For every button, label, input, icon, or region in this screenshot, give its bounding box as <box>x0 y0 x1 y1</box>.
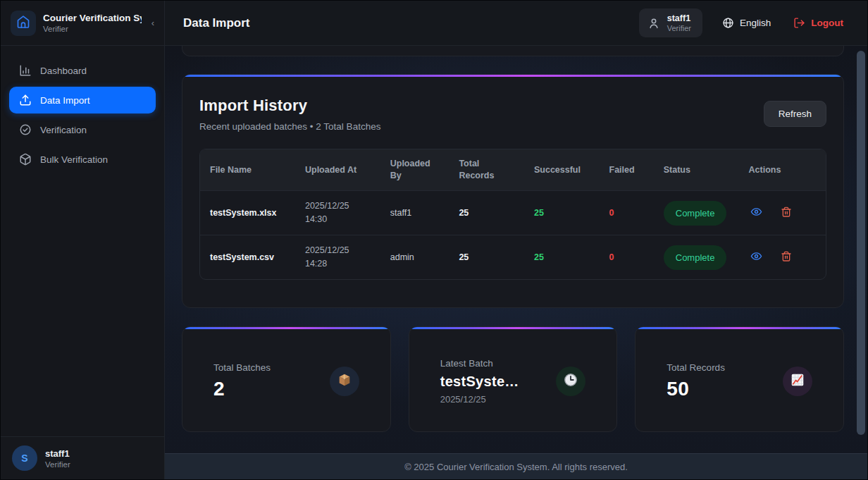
section-title: Import History <box>199 97 380 115</box>
stat-text: Total Records 50 <box>666 362 725 400</box>
import-history-body: Import History Recent uploaded batches •… <box>182 77 843 297</box>
cell-total-records: 25 <box>449 235 524 280</box>
refresh-button[interactable]: Refresh <box>764 101 826 127</box>
trash-icon <box>781 251 792 264</box>
main-column: Data Import staff1 Verifier English <box>165 1 867 479</box>
col-status: Status <box>654 149 739 191</box>
cell-actions <box>739 235 826 280</box>
col-total-records: Total Records <box>449 149 524 191</box>
uploaded-date: 2025/12/25 <box>305 244 371 257</box>
history-table-wrap: File Name Uploaded At Uploaded By Total … <box>199 149 826 280</box>
stat-text: Latest Batch testSyste… 2025/12/25 <box>440 358 519 405</box>
cell-failed: 0 <box>600 191 654 235</box>
uploaded-date: 2025/12/25 <box>305 199 371 213</box>
stat-card-total-batches: Total Batches 2 <box>182 326 391 432</box>
stat-icon-bubble <box>783 367 812 396</box>
col-failed: Failed <box>600 149 654 191</box>
cell-file-name: testSystem.csv <box>200 235 295 280</box>
col-uploaded-by: Uploaded By <box>380 149 450 191</box>
cell-uploaded-by: staff1 <box>380 191 450 235</box>
sidebar-user-name: staff1 <box>45 448 70 459</box>
app-logo <box>11 11 36 36</box>
cell-failed: 0 <box>600 235 654 280</box>
sidebar-item-verification[interactable]: Verification <box>9 116 156 143</box>
delete-button[interactable] <box>779 205 793 221</box>
app-window: Courier Verification Sy… Verifier ‹ Dash… <box>0 0 868 480</box>
stat-icon-bubble <box>330 367 359 396</box>
package-box-icon <box>337 372 352 390</box>
import-history-titles: Import History Recent uploaded batches •… <box>199 97 380 132</box>
col-uploaded-at: Uploaded At <box>295 149 380 191</box>
uploaded-time: 14:30 <box>305 213 371 226</box>
upload-icon <box>19 94 32 106</box>
import-history-card: Import History Recent uploaded batches •… <box>182 74 844 308</box>
header-user-role: Verifier <box>667 24 691 32</box>
cell-successful: 25 <box>524 235 600 280</box>
col-actions: Actions <box>739 149 826 191</box>
sidebar-item-label: Data Import <box>40 95 90 106</box>
delete-button[interactable] <box>779 250 793 266</box>
cell-uploaded-at: 2025/12/25 14:28 <box>295 235 380 280</box>
stats-row: Total Batches 2 Lates <box>182 326 844 432</box>
stat-card-total-records: Total Records 50 <box>635 326 844 432</box>
stat-icon-bubble <box>556 367 585 396</box>
sidebar-user-role: Verifier <box>45 460 70 469</box>
home-icon <box>16 15 30 32</box>
language-label: English <box>740 18 771 28</box>
table-row: testSystem.xlsx 2025/12/25 14:30 staff1 … <box>200 191 826 235</box>
cell-total-records: 25 <box>449 191 524 235</box>
bar-chart-icon <box>19 64 32 77</box>
sidebar-titles: Courier Verification Sy… Verifier <box>43 13 142 33</box>
cell-successful: 25 <box>524 191 600 235</box>
check-circle-icon <box>19 123 32 136</box>
vertical-scrollbar[interactable] <box>857 51 865 435</box>
language-selector[interactable]: English <box>722 17 771 29</box>
logout-label: Logout <box>811 18 843 28</box>
chart-increasing-icon <box>790 372 805 390</box>
cell-status: Complete <box>654 235 739 280</box>
cell-uploaded-at: 2025/12/25 14:30 <box>295 191 380 235</box>
section-subtitle: Recent uploaded batches • 2 Total Batche… <box>199 121 380 132</box>
avatar: S <box>12 445 37 471</box>
sidebar-item-bulk-verification[interactable]: Bulk Verification <box>9 146 156 173</box>
footer: © 2025 Courier Verification System. All … <box>165 453 867 479</box>
sidebar-item-dashboard[interactable]: Dashboard <box>9 57 156 84</box>
table-row: testSystem.csv 2025/12/25 14:28 admin 25… <box>200 235 826 280</box>
logout-button[interactable]: Logout <box>793 17 843 29</box>
stat-value: 2 <box>213 378 271 400</box>
sidebar: Courier Verification Sy… Verifier ‹ Dash… <box>1 1 165 479</box>
stat-label: Total Batches <box>213 362 271 373</box>
cell-file-name: testSystem.xlsx <box>200 191 295 235</box>
globe-icon <box>722 17 734 29</box>
sidebar-user-card[interactable]: S staff1 Verifier <box>1 436 164 479</box>
header-user-chip[interactable]: staff1 Verifier <box>639 8 702 37</box>
view-button[interactable] <box>749 204 764 221</box>
stat-text: Total Batches 2 <box>213 362 271 400</box>
history-table: File Name Uploaded At Uploaded By Total … <box>200 149 826 279</box>
eye-icon <box>750 206 762 220</box>
app-title: Courier Verification Sy… <box>43 13 142 23</box>
header-user-info: staff1 Verifier <box>667 13 691 32</box>
view-button[interactable] <box>749 249 764 266</box>
footer-text: © 2025 Courier Verification System. All … <box>404 462 628 472</box>
cell-status: Complete <box>654 191 739 235</box>
sidebar-item-label: Bulk Verification <box>40 154 108 165</box>
page-title: Data Import <box>183 16 626 30</box>
col-successful: Successful <box>524 149 600 191</box>
sidebar-collapse-button[interactable]: ‹ <box>149 16 157 30</box>
topbar: Data Import staff1 Verifier English <box>165 1 867 46</box>
clock-icon <box>563 372 578 390</box>
cell-uploaded-by: admin <box>380 235 450 280</box>
sidebar-header: Courier Verification Sy… Verifier ‹ <box>1 1 164 46</box>
logout-icon <box>793 17 805 29</box>
eye-icon <box>750 250 762 264</box>
chevron-left-icon: ‹ <box>151 18 154 28</box>
status-badge: Complete <box>664 245 727 270</box>
package-icon <box>19 153 32 166</box>
sidebar-item-data-import[interactable]: Data Import <box>9 87 156 113</box>
sidebar-item-label: Dashboard <box>40 66 87 76</box>
status-badge: Complete <box>664 201 727 226</box>
stat-value: testSyste… <box>440 374 519 390</box>
table-header: File Name Uploaded At Uploaded By Total … <box>200 149 826 191</box>
main-content: Import History Recent uploaded batches •… <box>165 46 867 453</box>
